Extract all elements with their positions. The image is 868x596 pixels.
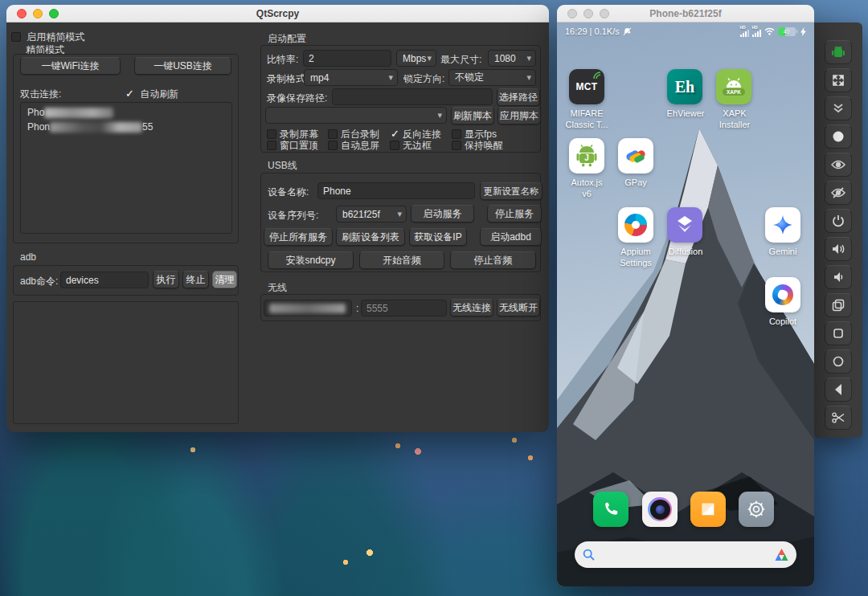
device-list-item[interactable]: Pho bbox=[27, 107, 113, 118]
app-icon-appium-settings[interactable] bbox=[618, 207, 653, 243]
close-button[interactable] bbox=[567, 9, 577, 18]
checkbox-box[interactable] bbox=[267, 141, 276, 150]
app-icon-ehviewer[interactable]: Eh bbox=[667, 69, 702, 104]
adb-output-area[interactable] bbox=[13, 301, 239, 424]
close-button[interactable] bbox=[17, 9, 27, 18]
copilot-ring-icon bbox=[772, 284, 793, 305]
auto-refresh-checkbox[interactable]: 自动刷新 bbox=[125, 88, 178, 101]
record-format-combo[interactable]: mp4▾ bbox=[304, 69, 398, 86]
stay-awake-checkbox[interactable]: 保持唤醒 bbox=[452, 139, 503, 153]
adb-stop-button[interactable]: 终止 bbox=[182, 271, 209, 288]
update-name-button[interactable]: 更新设置名称 bbox=[480, 182, 542, 200]
combo-value: b621f25f bbox=[342, 209, 380, 220]
volume-up-button[interactable] bbox=[825, 237, 852, 261]
phone-titlebar[interactable]: Phone-b621f25f bbox=[557, 5, 814, 22]
install-sndcpy-button[interactable]: 安装sndcpy bbox=[268, 251, 354, 269]
app-switcher-button[interactable] bbox=[825, 293, 852, 317]
phone-screen[interactable]: 16:29 | 0.1K/s HD HD 40 MCT MIFARE Class… bbox=[557, 22, 814, 586]
stop-service-button[interactable]: 停止服务 bbox=[487, 205, 542, 222]
screenshot-scissors-button[interactable] bbox=[825, 406, 852, 430]
apply-script-button[interactable]: 应用脚本 bbox=[497, 107, 541, 125]
serial-combo[interactable]: b621f25f▾ bbox=[336, 206, 407, 222]
device-name-input[interactable]: Phone bbox=[317, 182, 475, 199]
zoom-button[interactable] bbox=[600, 9, 609, 18]
max-size-combo[interactable]: 1080▾ bbox=[488, 50, 536, 67]
frameless-checkbox[interactable]: 无边框 bbox=[390, 139, 432, 153]
choose-path-button[interactable]: 选择路径 bbox=[497, 88, 540, 106]
checkbox-box[interactable] bbox=[390, 141, 399, 150]
app-icon-gemini[interactable] bbox=[765, 207, 800, 243]
app-icon-diffusion[interactable] bbox=[667, 207, 702, 243]
start-adbd-button[interactable]: 启动adbd bbox=[480, 228, 542, 246]
home-circle-button[interactable] bbox=[825, 349, 852, 374]
app-icon-autoxjs[interactable]: J bbox=[569, 138, 604, 173]
refresh-device-list-button[interactable]: 刷新设备列表 bbox=[336, 228, 405, 246]
one-key-usb-button[interactable]: 一键USB连接 bbox=[134, 57, 231, 75]
bitrate-input[interactable]: 2 bbox=[303, 50, 391, 67]
android-group-button[interactable] bbox=[825, 40, 852, 64]
zoom-button[interactable] bbox=[49, 9, 59, 18]
bitrate-unit-combo[interactable]: Mbps▾ bbox=[396, 50, 436, 67]
masked-text bbox=[44, 108, 113, 118]
combo-value: 不锁定 bbox=[455, 71, 484, 84]
record-dot-button[interactable] bbox=[825, 125, 852, 149]
dock-phone-icon[interactable] bbox=[593, 492, 628, 527]
app-icon-copilot[interactable] bbox=[765, 277, 800, 312]
one-key-wifi-button[interactable]: 一键WiFi连接 bbox=[20, 57, 121, 75]
phone-handset-icon bbox=[602, 500, 620, 518]
chevron-down-icon: ▾ bbox=[526, 53, 531, 63]
wireless-connect-button[interactable]: 无线连接 bbox=[450, 299, 493, 316]
fullscreen-button[interactable] bbox=[825, 68, 852, 92]
minimize-button[interactable] bbox=[33, 9, 43, 18]
lock-orientation-combo[interactable]: 不锁定▾ bbox=[448, 69, 536, 86]
checkbox-box[interactable] bbox=[328, 141, 338, 150]
wireless-ip-input[interactable] bbox=[264, 300, 352, 316]
app-label: Diffusion bbox=[661, 246, 710, 257]
stop-all-services-button[interactable]: 停止所有服务 bbox=[264, 228, 333, 246]
checkbox-box[interactable] bbox=[125, 89, 134, 99]
gpay-logo-icon bbox=[625, 147, 646, 165]
checkbox-box[interactable] bbox=[11, 32, 21, 42]
checkbox-box[interactable] bbox=[267, 129, 276, 139]
auto-screen-off-checkbox[interactable]: 自动息屏 bbox=[328, 139, 379, 153]
qtscrcpy-titlebar[interactable]: QtScrcpy bbox=[6, 5, 549, 22]
back-chevron-button[interactable] bbox=[825, 378, 852, 402]
dock-settings-icon[interactable] bbox=[739, 492, 774, 527]
power-button[interactable] bbox=[825, 209, 852, 233]
checkbox-box[interactable] bbox=[452, 141, 461, 150]
app-icon-gpay[interactable] bbox=[618, 138, 653, 173]
app-icon-mifare-classic-tool[interactable]: MCT bbox=[569, 69, 604, 104]
script-combo[interactable]: ▾ bbox=[265, 107, 447, 124]
minimize-button[interactable] bbox=[583, 9, 593, 18]
app-icon-xapk-installer[interactable]: XAPK bbox=[716, 69, 751, 104]
eye-closed-button[interactable] bbox=[825, 181, 852, 205]
checkbox-box[interactable] bbox=[328, 129, 338, 139]
start-audio-button[interactable]: 开始音频 bbox=[359, 251, 444, 269]
checkbox-box[interactable] bbox=[390, 129, 399, 139]
get-device-ip-button[interactable]: 获取设备IP bbox=[409, 228, 467, 246]
dock-camera-icon[interactable] bbox=[642, 492, 678, 527]
record-path-input[interactable] bbox=[332, 88, 493, 105]
menu-square-button[interactable] bbox=[825, 321, 852, 345]
adb-clear-button[interactable]: 清理 bbox=[212, 271, 237, 288]
window-on-top-checkbox[interactable]: 窗口置顶 bbox=[267, 139, 318, 153]
adb-run-button[interactable]: 执行 bbox=[153, 271, 179, 288]
refresh-script-button[interactable]: 刷新脚本 bbox=[451, 107, 494, 125]
start-service-button[interactable]: 启动服务 bbox=[411, 205, 474, 222]
search-icon bbox=[583, 549, 595, 561]
enable-simple-mode-checkbox[interactable]: 启用精简模式 bbox=[11, 31, 84, 44]
wireless-disconnect-button[interactable]: 无线断开 bbox=[497, 299, 540, 316]
home-search-bar[interactable] bbox=[575, 541, 796, 568]
usb-section-label: USB线 bbox=[268, 159, 297, 173]
device-list-item[interactable]: Phon55 bbox=[27, 121, 153, 133]
stop-audio-button[interactable]: 停止音频 bbox=[450, 251, 536, 269]
volume-down-button[interactable] bbox=[825, 265, 852, 289]
wireless-port-input[interactable]: 5555 bbox=[361, 300, 447, 316]
device-list[interactable]: Pho Phon55 bbox=[20, 102, 232, 234]
dock-gallery-icon[interactable] bbox=[690, 492, 726, 527]
eye-open-button[interactable] bbox=[825, 153, 852, 177]
collapse-chevrons-icon[interactable] bbox=[825, 96, 852, 120]
adb-cmd-input[interactable]: devices bbox=[60, 271, 149, 288]
checkbox-box[interactable] bbox=[452, 129, 461, 139]
chevron-down-icon: ▾ bbox=[397, 209, 402, 219]
